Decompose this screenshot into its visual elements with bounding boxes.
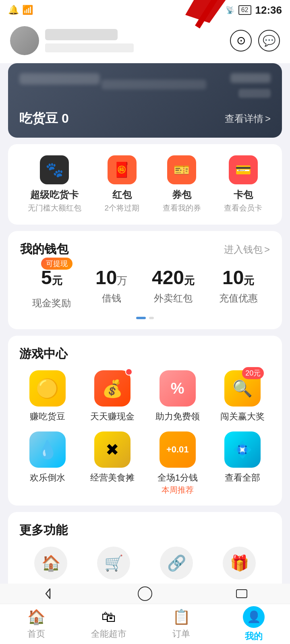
wallet-recharge[interactable]: 10元 充值优惠 <box>219 266 258 310</box>
game-challenge[interactable]: 🔍 20元 闯关赢大奖 <box>215 370 271 423</box>
orders-label: 订单 <box>172 628 190 640</box>
status-right-info: 📡 62 12:36 <box>226 4 282 17</box>
view-detail-link[interactable]: 查看详情 > <box>225 112 271 125</box>
cash-label: 现金奖励 <box>32 297 71 310</box>
wallet-loan[interactable]: 10万 借钱 <box>95 266 127 310</box>
chi-dou-label: 吃货豆 0 <box>19 110 69 128</box>
help-free-label: 助力免费领 <box>155 411 200 423</box>
card-wallet-sub: 查看会员卡 <box>224 203 262 213</box>
action-coupon[interactable]: 🎫 券包 查看我的券 <box>163 155 201 213</box>
wallet-title: 我的钱包 <box>20 241 68 258</box>
status-bar: 🔔 📶 📡 62 12:36 <box>0 0 290 20</box>
scan-icon: ⊙ <box>236 35 246 46</box>
notification-icon: 🔔 <box>8 5 19 15</box>
more-icons-row: 🏠 🛒 🔗 🎁 <box>19 547 271 580</box>
mine-icon-active: 👤 <box>243 606 265 628</box>
card-wallet-icon: 💳 <box>229 155 258 184</box>
recharge-amount: 10元 <box>222 266 254 289</box>
game-help-free[interactable]: % 助力免费领 <box>149 370 206 423</box>
action-super-card[interactable]: 🐾 超级吃货卡 无门槛大额红包 <box>28 155 81 213</box>
food-stall-icon: ✖ <box>94 431 130 468</box>
avatar[interactable] <box>10 26 39 55</box>
action-red-envelope[interactable]: 🧧 红包 2个将过期 <box>104 155 139 213</box>
one-cent-icon: +0.01 <box>160 431 196 468</box>
red-envelope-sub: 2个将过期 <box>104 203 139 213</box>
more-item-2[interactable]: 🛒 <box>97 547 130 580</box>
daily-cash-icon: 💰 <box>94 370 130 407</box>
message-icon: 💬 <box>263 35 276 46</box>
home-icon: 🏠 <box>27 609 46 625</box>
cash-amount: 5元 <box>41 267 62 288</box>
super-card-sub: 无门槛大额红包 <box>28 203 81 213</box>
message-button[interactable]: 💬 <box>258 30 280 52</box>
red-envelope-label: 红包 <box>112 188 132 201</box>
mine-label: 我的 <box>245 630 263 642</box>
game-center-section: 游戏中心 🟡 赚吃货豆 💰 天天赚现金 % 助力免费领 🔍 20元 闯关赢大奖 <box>8 336 282 506</box>
header: ⊙ 💬 <box>0 20 290 63</box>
recharge-label: 充值优惠 <box>219 292 258 305</box>
back-icon <box>42 587 55 600</box>
wifi-icon: 📶 <box>22 5 33 15</box>
wallet-link[interactable]: 进入钱包 > <box>224 243 270 256</box>
sys-home-button[interactable] <box>136 585 154 603</box>
nav-mine[interactable]: 👤 我的 <box>218 604 290 644</box>
more-icon-1: 🏠 <box>34 547 67 580</box>
more-functions-title: 更多功能 <box>19 523 68 537</box>
wallet-header: 我的钱包 进入钱包 > <box>20 241 270 258</box>
coupon-icon: 🎫 <box>167 155 196 184</box>
game-center-title: 游戏中心 <box>19 347 68 360</box>
game-water[interactable]: 💧 欢乐倒水 <box>19 431 76 495</box>
more-item-3[interactable]: 🔗 <box>160 547 193 580</box>
battery-indicator: 62 <box>238 5 251 15</box>
orders-icon: 📋 <box>172 609 191 625</box>
action-card-wallet[interactable]: 💳 卡包 查看会员卡 <box>224 155 262 213</box>
system-nav-bar <box>0 584 290 604</box>
view-all-label: 查看全部 <box>225 472 260 484</box>
more-icon-3: 🔗 <box>160 547 193 580</box>
more-item-4[interactable]: 🎁 <box>223 547 256 580</box>
wallet-cash-reward[interactable]: 可提现 5元 现金奖励 <box>32 266 71 310</box>
user-name-area <box>45 29 134 52</box>
earn-beans-icon: 🟡 <box>29 370 66 407</box>
nav-orders[interactable]: 📋 订单 <box>145 604 218 644</box>
super-card-label: 超级吃货卡 <box>30 188 79 201</box>
card-blur-content <box>19 73 271 98</box>
more-functions-section: 更多功能 🏠 🛒 🔗 🎁 <box>8 512 282 592</box>
bottom-nav: 🏠 首页 🛍 全能超市 📋 订单 👤 我的 <box>0 604 290 644</box>
game-daily-cash[interactable]: 💰 天天赚现金 <box>85 370 141 423</box>
game-grid: 🟡 赚吃货豆 💰 天天赚现金 % 助力免费领 🔍 20元 闯关赢大奖 💧 欢乐倒… <box>19 370 271 495</box>
challenge-label: 闯关赢大奖 <box>220 411 265 423</box>
sys-back-button[interactable] <box>39 585 57 603</box>
time-display: 12:36 <box>255 4 282 17</box>
challenge-icon: 🔍 20元 <box>224 370 261 407</box>
more-icon-4: 🎁 <box>223 547 256 580</box>
more-item-1[interactable]: 🏠 <box>34 547 67 580</box>
home-label: 首页 <box>27 628 45 640</box>
coupon-label: 券包 <box>172 188 191 201</box>
page-indicator <box>20 317 270 319</box>
sys-recent-button[interactable] <box>233 585 251 603</box>
game-earn-beans[interactable]: 🟡 赚吃货豆 <box>19 370 76 423</box>
game-food-stall[interactable]: ✖ 经营美食摊 <box>85 431 141 495</box>
status-left-icons: 🔔 📶 <box>8 5 33 15</box>
water-label: 欢乐倒水 <box>30 472 65 484</box>
wallet-items-row: 可提现 5元 现金奖励 10万 借钱 420元 外卖红包 10元 充值优惠 <box>20 266 270 310</box>
nav-home[interactable]: 🏠 首页 <box>0 604 72 644</box>
food-stall-label: 经营美食摊 <box>90 472 135 484</box>
user-profile[interactable] <box>10 26 134 55</box>
nav-supermarket[interactable]: 🛍 全能超市 <box>72 604 145 644</box>
quick-actions-card: 🐾 超级吃货卡 无门槛大额红包 🧧 红包 2个将过期 🎫 券包 查看我的券 💳 … <box>8 144 282 225</box>
scan-button[interactable]: ⊙ <box>230 30 252 52</box>
coupon-sub: 查看我的券 <box>163 203 201 213</box>
wallet-takeout[interactable]: 420元 外卖红包 <box>152 266 195 310</box>
takeout-label: 外卖红包 <box>154 292 193 305</box>
help-free-icon: % <box>160 370 196 407</box>
more-functions-header: 更多功能 <box>19 522 271 539</box>
more-icon-2: 🛒 <box>97 547 130 580</box>
game-one-cent[interactable]: +0.01 全场1分钱 本周推荐 <box>149 431 206 495</box>
member-card[interactable]: 吃货豆 0 查看详情 > <box>8 63 282 138</box>
one-cent-sub: 本周推荐 <box>162 485 194 495</box>
one-cent-label: 全场1分钱 <box>157 472 198 484</box>
svg-marker-4 <box>46 589 50 599</box>
game-view-all[interactable]: 💠 查看全部 <box>215 431 271 495</box>
